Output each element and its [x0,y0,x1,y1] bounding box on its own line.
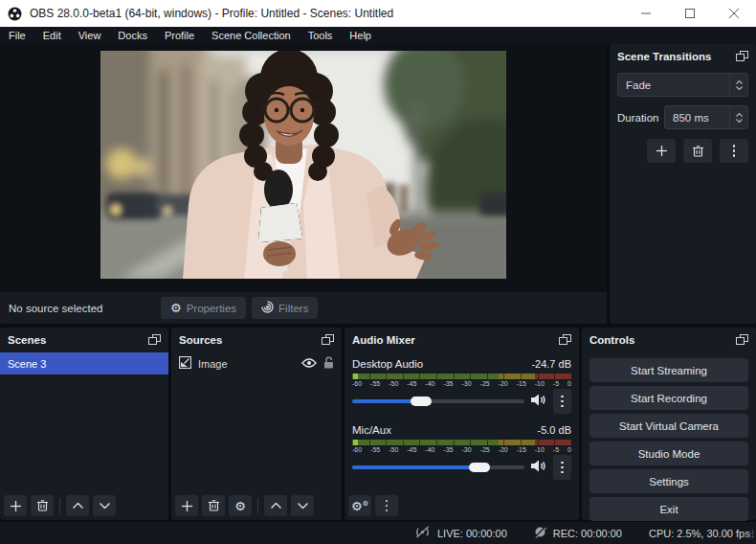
scenes-dock: Scenes Scene 3 [0,328,168,520]
close-button[interactable] [712,0,756,27]
titlebar: OBS 28.0.0-beta1 (64-bit, windows) - Pro… [0,0,756,27]
start-recording-button[interactable]: Start Recording [589,386,748,410]
studio-mode-button[interactable]: Studio Mode [589,442,748,465]
live-signal-icon [414,526,431,540]
source-status-text: No source selected [9,303,102,314]
popout-icon[interactable] [736,331,748,349]
source-down-button[interactable] [291,495,314,516]
minimize-button[interactable] [624,0,668,27]
meter-scale: -60-55-50-45-40-35-30-25-20-15-10-50 [352,380,571,387]
popout-icon[interactable] [322,331,334,349]
start-virtual-camera-button[interactable]: Start Virtual Camera [589,414,748,438]
scene-transitions-dock: Scene Transitions Fade Duration 850 ms [610,44,756,324]
gear-icon: ⚙⚙ [351,500,368,512]
audio-mixer-title: Audio Mixer [352,334,415,346]
gear-icon: ⚙ [170,302,182,314]
sources-dock: Sources Image ⚙ [171,328,342,520]
rec-time: REC: 00:00:00 [553,528,622,539]
menu-help[interactable]: Help [341,27,380,44]
remove-scene-button[interactable] [31,495,54,516]
menu-edit[interactable]: Edit [34,27,70,44]
sources-title: Sources [179,334,222,346]
transition-selected-value: Fade [618,79,651,91]
menu-scene-collection[interactable]: Scene Collection [203,27,300,44]
properties-label: Properties [187,303,236,314]
volume-slider[interactable] [352,390,524,413]
exit-button[interactable]: Exit [589,497,748,521]
channel-name: Desktop Audio [352,358,423,370]
source-properties-button[interactable]: ⚙ [229,495,252,516]
preview-canvas[interactable] [0,44,607,292]
remove-transition-button[interactable] [683,139,712,163]
duration-spin-arrows[interactable] [729,106,747,128]
transition-more-button[interactable] [720,139,748,163]
add-scene-button[interactable] [4,495,27,516]
scene-transitions-title: Scene Transitions [617,51,711,62]
settings-button[interactable]: Settings [589,469,748,493]
popout-icon[interactable] [148,331,161,349]
lock-icon[interactable] [323,356,334,371]
more-icon [561,396,564,408]
menu-profile[interactable]: Profile [156,27,203,44]
menu-bar: File Edit View Docks Profile Scene Colle… [0,27,756,44]
mixer-more-button[interactable] [375,495,398,516]
slider-handle[interactable] [469,463,490,472]
maximize-button[interactable] [668,0,712,27]
window-controls [624,0,756,27]
popout-icon[interactable] [736,48,748,65]
more-icon [733,145,736,157]
filters-button[interactable]: Filters [252,297,318,319]
channel-name: Mic/Aux [352,424,391,436]
scene-up-button[interactable] [66,495,89,516]
scenes-title: Scenes [8,334,46,346]
controls-dock: Controls Start Streaming Start Recording… [582,328,756,520]
popout-icon[interactable] [559,331,571,349]
duration-label: Duration [617,112,658,124]
advanced-audio-button[interactable]: ⚙⚙ [348,495,371,516]
duration-value: 850 ms [665,112,709,124]
more-icon [561,462,564,474]
add-transition-button[interactable] [647,139,676,163]
source-list-item[interactable]: Image [171,352,342,374]
source-up-button[interactable] [264,495,287,516]
meter-scale: -60-55-50-45-40-35-30-25-20-15-10-50 [352,446,571,453]
add-source-button[interactable] [175,495,198,516]
start-streaming-button[interactable]: Start Streaming [589,358,748,382]
scene-list-item[interactable]: Scene 3 [0,352,168,374]
scene-down-button[interactable] [93,495,116,516]
channel-more-button[interactable] [553,389,571,414]
rec-icon [534,526,546,540]
volume-slider[interactable] [352,456,524,479]
transition-select[interactable]: Fade [617,73,748,97]
menu-tools[interactable]: Tools [300,27,342,44]
status-bar: LIVE: 00:00:00 REC: 00:00:00 CPU: 2.5%, … [0,522,756,544]
visibility-eye-icon[interactable] [301,358,317,370]
mixer-channel-mic-aux: Mic/Aux -5.0 dB -60-55-50-45-40-35-30-25… [345,424,579,479]
volume-meter [352,374,571,379]
transition-select-arrows[interactable] [729,74,747,96]
controls-title: Controls [589,334,634,346]
channel-more-button[interactable] [553,455,571,480]
speaker-icon[interactable] [531,393,546,410]
mixer-channel-desktop-audio: Desktop Audio -24.7 dB -60-55-50-45-40-3… [345,358,579,413]
menu-file[interactable]: File [0,27,34,44]
volume-meter [352,440,571,445]
menu-docks[interactable]: Docks [109,27,156,44]
menu-view[interactable]: View [70,27,110,44]
live-time: LIVE: 00:00:00 [437,528,507,539]
gear-icon: ⚙ [234,500,246,512]
source-toolbar: No source selected ⚙ Properties Filters [0,292,607,324]
channel-level: -24.7 dB [531,358,571,370]
speaker-icon[interactable] [531,459,546,476]
obs-logo-icon [8,7,22,21]
duration-spinbox[interactable]: 850 ms [664,105,748,129]
properties-button[interactable]: ⚙ Properties [161,297,246,319]
resize-grip[interactable] [745,525,754,542]
filters-icon [261,300,274,317]
cpu-fps-stats: CPU: 2.5%, 30.00 fps [649,528,750,539]
filters-label: Filters [278,303,308,314]
slider-handle[interactable] [411,397,432,406]
image-source-icon [179,356,191,371]
more-icon [386,500,389,512]
remove-source-button[interactable] [202,495,225,516]
